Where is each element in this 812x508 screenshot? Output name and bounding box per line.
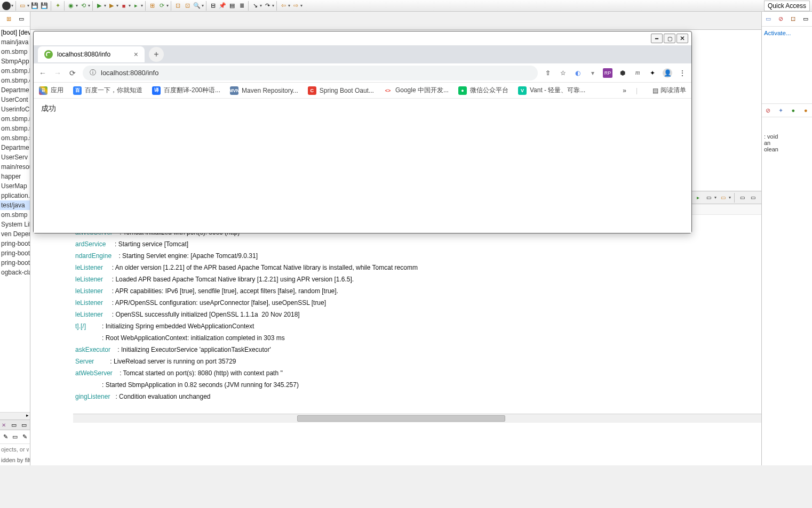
- browser-tab[interactable]: localhost:8080/info ×: [38, 46, 145, 62]
- tree-item[interactable]: main/resou: [0, 162, 30, 172]
- bookmark-item[interactable]: ●微信公众平台: [458, 86, 508, 95]
- dropdown-icon[interactable]: ▾: [714, 195, 717, 200]
- open-icon[interactable]: ▸: [694, 193, 702, 202]
- new-console-icon[interactable]: ▭: [704, 193, 713, 202]
- r4-icon[interactable]: ●: [801, 106, 810, 115]
- tree-item[interactable]: happer: [0, 172, 30, 181]
- bookmark-item[interactable]: CSpring Boot Oaut...: [308, 86, 374, 95]
- theme-icon[interactable]: ⊡: [789, 15, 798, 23]
- forward-icon[interactable]: ⇨: [291, 2, 300, 10]
- ext2-icon[interactable]: ▾: [588, 68, 598, 78]
- tree-header[interactable]: [boot] [dev: [0, 28, 30, 37]
- doc-icon[interactable]: ▤: [228, 2, 236, 10]
- max-icon[interactable]: ▭: [749, 193, 757, 202]
- menu-icon[interactable]: ⋮: [678, 68, 687, 78]
- bookmark-item[interactable]: VVant - 轻量、可靠...: [518, 86, 585, 95]
- dropdown-icon[interactable]: ▾: [729, 195, 731, 200]
- dropdown-icon[interactable]: ▾: [300, 3, 302, 8]
- dropdown-icon[interactable]: ▾: [288, 3, 290, 8]
- dropdown-icon[interactable]: ▾: [104, 3, 106, 8]
- extensions-icon[interactable]: ✦: [648, 68, 657, 78]
- skip-icon[interactable]: ⊘: [776, 15, 785, 23]
- save-icon[interactable]: 💾: [30, 2, 39, 10]
- open-task-icon[interactable]: ⊡: [183, 2, 192, 10]
- outline-item[interactable]: olean: [762, 146, 812, 152]
- activate-link[interactable]: Activate...: [762, 27, 812, 39]
- tree-item[interactable]: om.sbmp.s: [0, 133, 30, 143]
- relaunch-icon[interactable]: ⟲: [79, 2, 87, 10]
- tree-item[interactable]: UserinfoC: [0, 104, 30, 114]
- ext4-icon[interactable]: ⬢: [618, 68, 627, 78]
- dropdown-icon[interactable]: ▾: [76, 3, 78, 8]
- build-icon[interactable]: ✦: [53, 2, 62, 10]
- share-icon[interactable]: ⇧: [543, 68, 553, 78]
- reading-list-button[interactable]: ▤阅读清单: [652, 86, 686, 95]
- tree-item[interactable]: System Lib: [0, 220, 30, 229]
- bookmark-item[interactable]: MVNMaven Repository...: [230, 86, 298, 95]
- filter-icon[interactable]: ▭: [12, 433, 18, 441]
- horizontal-scrollbar[interactable]: [73, 414, 761, 423]
- wand-icon[interactable]: ✎: [2, 433, 9, 441]
- back-icon[interactable]: ⇦: [279, 2, 288, 10]
- tab-close-icon[interactable]: ×: [134, 50, 138, 59]
- ext5-icon[interactable]: m: [633, 68, 642, 78]
- ext1-icon[interactable]: ◐: [573, 68, 583, 78]
- min-icon[interactable]: ▭: [10, 421, 17, 429]
- save-all-icon[interactable]: 💾: [40, 2, 49, 10]
- outline-item[interactable]: : void: [762, 133, 812, 140]
- package-icon[interactable]: ⊞: [4, 15, 13, 23]
- tree-item[interactable]: pplication.y: [0, 191, 30, 200]
- more-icon[interactable]: ▭: [719, 193, 727, 202]
- search-icon[interactable]: 🔍: [193, 2, 201, 10]
- pin-icon[interactable]: 📌: [218, 2, 227, 10]
- edit-icon[interactable]: ✎: [21, 433, 28, 441]
- new-package-icon[interactable]: ⊞: [148, 2, 156, 10]
- tree-item[interactable]: UserMap: [0, 181, 30, 191]
- close-icon[interactable]: ✕: [0, 421, 7, 429]
- dropdown-icon[interactable]: ▾: [260, 3, 262, 8]
- dropdown-icon[interactable]: ▾: [88, 3, 90, 8]
- dropdown-icon[interactable]: ▾: [166, 3, 169, 8]
- tree-item[interactable]: om.sbmp: [0, 210, 30, 220]
- info-icon[interactable]: ⓘ: [88, 68, 98, 78]
- dropdown-icon[interactable]: ▾: [202, 3, 204, 8]
- tree-item[interactable]: ven Depend: [0, 229, 30, 239]
- run-last-icon[interactable]: ▸: [132, 2, 140, 10]
- r2-icon[interactable]: ✦: [776, 106, 785, 115]
- bookmark-item[interactable]: <>Google 中国开发...: [384, 86, 449, 95]
- ext3-icon[interactable]: RP: [603, 68, 612, 78]
- max-icon[interactable]: ▭: [21, 421, 28, 429]
- tree-item[interactable]: Departme: [0, 85, 30, 95]
- tree-item[interactable]: UserServ: [0, 152, 30, 162]
- r1-icon[interactable]: ⊘: [764, 106, 773, 115]
- dropdown-icon[interactable]: ▾: [272, 3, 274, 8]
- step-over-icon[interactable]: ↷: [263, 2, 272, 10]
- maximize-button[interactable]: ▢: [664, 34, 675, 43]
- tree-item[interactable]: main/java: [0, 37, 30, 47]
- outline-icon[interactable]: ≣: [237, 2, 246, 10]
- tree-item[interactable]: pring-boot: [0, 248, 30, 258]
- new-icon[interactable]: ▭: [18, 2, 27, 10]
- dropdown-icon[interactable]: ▾: [11, 3, 13, 8]
- new-tab-button[interactable]: +: [149, 47, 164, 62]
- back-icon[interactable]: ←: [38, 68, 47, 78]
- star-icon[interactable]: ☆: [558, 68, 568, 78]
- tree-item[interactable]: pring-boot: [0, 239, 30, 248]
- address-bar[interactable]: ⓘ localhost:8080/info: [83, 66, 538, 80]
- dropdown-icon[interactable]: ▾: [141, 3, 143, 8]
- refresh-icon[interactable]: ⟳: [157, 2, 166, 10]
- coverage-icon[interactable]: ▶: [107, 2, 116, 10]
- min-icon[interactable]: ▭: [738, 193, 746, 202]
- dropdown-icon[interactable]: ▾: [129, 3, 131, 8]
- tree-item[interactable]: test/java: [0, 200, 30, 210]
- dropdown-icon[interactable]: ▾: [27, 3, 29, 8]
- r3-icon[interactable]: ●: [789, 106, 798, 115]
- more-bookmarks-icon[interactable]: »: [623, 87, 626, 94]
- tree-item[interactable]: UserCont: [0, 95, 30, 104]
- tree-item[interactable]: om.sbmp.c: [0, 76, 30, 85]
- toggle-icon[interactable]: ⊟: [209, 2, 217, 10]
- task-icon[interactable]: ▭: [764, 15, 773, 23]
- tree-item[interactable]: pring-boot: [0, 258, 30, 268]
- nav-icon[interactable]: ▭: [17, 15, 26, 23]
- tree-item[interactable]: om.sbmp.s: [0, 124, 30, 133]
